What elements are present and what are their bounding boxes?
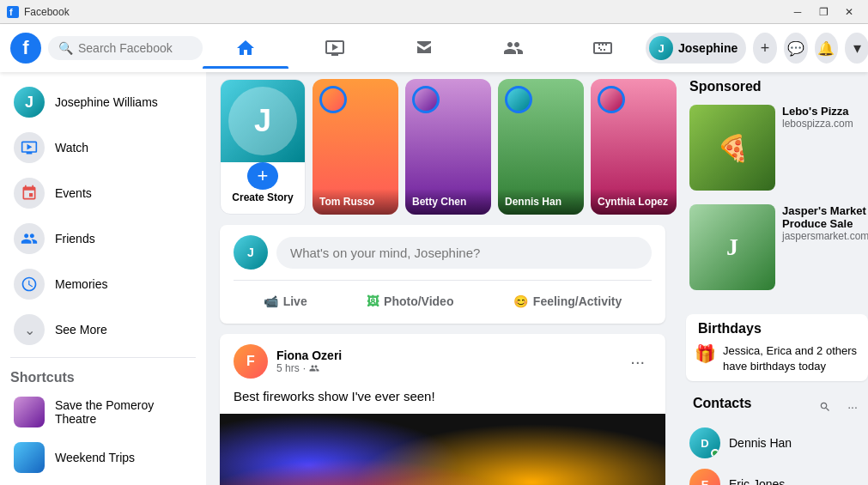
post-user-info: Fiona Ozeri 5 hrs ·	[276, 349, 342, 374]
contacts-search-button[interactable]	[813, 395, 837, 419]
birthday-text: Jessica, Erica and 2 others have birthda…	[723, 343, 859, 374]
birthday-item: 🎁 Jessica, Erica and 2 others have birth…	[695, 343, 859, 374]
maximize-button[interactable]: ❐	[811, 3, 835, 21]
birthday-gift-icon: 🎁	[695, 343, 716, 364]
sidebar-item-friends[interactable]: Friends	[3, 216, 203, 261]
post-image	[220, 414, 665, 485]
ad-pizza[interactable]: 🍕 Lebo's Pizza lebospizza.com	[686, 101, 868, 194]
sidebar-shortcut-jaspers[interactable]: Jasper's Market	[3, 481, 203, 485]
messenger-icon: 💬	[787, 40, 804, 57]
feed: J + Create Story Tom Russo	[206, 72, 679, 485]
post-time: 5 hrs	[276, 362, 300, 374]
sidebar-shortcut-pomeroy[interactable]: Save the Pomeroy Theatre	[3, 390, 203, 434]
gaming-icon	[592, 38, 613, 58]
title-bar-text: Facebook	[24, 6, 70, 18]
tom-avatar-badge	[319, 86, 347, 113]
chevron-down-icon: ▾	[853, 39, 861, 58]
groups-icon	[503, 38, 524, 58]
contact-dennis[interactable]: D Dennis Han	[686, 422, 868, 464]
post-dot: ·	[303, 362, 306, 374]
story-cynthia-overlay: Cynthia Lopez	[591, 189, 677, 215]
photo-label: Photo/Video	[384, 294, 453, 308]
fireworks-image	[220, 414, 665, 485]
title-bar-left: f Facebook	[7, 6, 70, 18]
close-button[interactable]: ✕	[837, 3, 861, 21]
sidebar: J Josephine Williams Watch Events	[0, 72, 206, 485]
sponsored-title: Sponsored	[686, 79, 868, 94]
story-betty[interactable]: Betty Chen	[405, 79, 491, 215]
minimize-button[interactable]: ─	[786, 3, 810, 21]
sidebar-shortcut-weekend[interactable]: Weekend Trips	[3, 435, 203, 480]
plus-icon: +	[761, 39, 770, 58]
create-story-card[interactable]: J + Create Story	[220, 79, 306, 215]
top-nav: f 🔍 J	[0, 24, 868, 72]
composer-feeling-button[interactable]: 😊 Feeling/Activity	[500, 289, 635, 313]
story-dennis[interactable]: Dennis Han	[498, 79, 584, 215]
sidebar-divider	[10, 357, 196, 358]
contacts-header: Contacts ···	[686, 395, 868, 419]
story-dennis-overlay: Dennis Han	[498, 189, 584, 215]
story-tom-overlay: Tom Russo	[313, 189, 398, 215]
sidebar-item-events[interactable]: Events	[3, 171, 203, 215]
app: f 🔍 J	[0, 24, 868, 485]
contacts-section: Contacts ··· D Dennis Han	[686, 395, 868, 485]
watch-avatar	[14, 132, 45, 163]
sponsored-section: Sponsored 🍕 Lebo's Pizza lebospizza.com …	[686, 79, 868, 300]
content: J Josephine Williams Watch Events	[0, 72, 868, 485]
more-avatar: ⌄	[14, 314, 45, 345]
composer-actions: 📹 Live 🖼 Photo/Video 😊 Feeling/Activity	[234, 280, 652, 313]
composer-top: J	[234, 235, 652, 270]
post-user-name: Fiona Ozeri	[276, 349, 342, 362]
feeling-label: Feeling/Activity	[533, 294, 622, 308]
tab-groups[interactable]	[470, 27, 556, 69]
contact-eric[interactable]: E Eric Jones	[686, 464, 868, 485]
privacy-icon	[309, 363, 319, 373]
add-button[interactable]: +	[753, 33, 777, 64]
shortcuts-title: Shortcuts	[0, 363, 206, 389]
tab-watch[interactable]	[292, 27, 378, 69]
composer-live-button[interactable]: 📹 Live	[250, 289, 321, 313]
sidebar-item-memories[interactable]: Memories	[3, 262, 203, 306]
story-cynthia[interactable]: Cynthia Lopez	[591, 79, 677, 215]
sidebar-item-watch[interactable]: Watch	[3, 125, 203, 170]
create-story-label: Create Story	[232, 191, 293, 203]
tab-marketplace[interactable]	[381, 27, 467, 69]
sidebar-item-profile[interactable]: J Josephine Williams	[3, 80, 203, 124]
menu-button[interactable]: ▾	[845, 33, 868, 64]
ad-market[interactable]: J Jasper's Market Produce Sale jaspersma…	[686, 201, 868, 294]
composer-input[interactable]	[276, 237, 652, 269]
user-avatar-small: J	[649, 36, 673, 60]
post-options-button[interactable]: ···	[623, 349, 652, 375]
tab-home[interactable]	[203, 27, 288, 69]
story-tom[interactable]: Tom Russo	[313, 79, 398, 215]
post-user: F Fiona Ozeri 5 hrs ·	[234, 344, 342, 379]
pizza-ad-url: lebospizza.com	[782, 118, 865, 130]
fb-favicon-icon: f	[7, 6, 19, 18]
notifications-button[interactable]: 🔔	[815, 33, 839, 64]
post-meta: 5 hrs ·	[276, 362, 342, 374]
facebook-logo[interactable]: f	[10, 33, 41, 64]
composer-photo-button[interactable]: 🖼 Photo/Video	[353, 289, 467, 313]
online-indicator	[711, 449, 719, 458]
search-box[interactable]: 🔍	[48, 36, 203, 60]
search-contacts-icon	[819, 401, 831, 413]
messenger-button[interactable]: 💬	[784, 33, 808, 64]
contact-dennis-name: Dennis Han	[729, 436, 792, 450]
sidebar-more-label: See More	[55, 323, 107, 336]
user-profile-pill[interactable]: J Josephine	[646, 33, 746, 64]
birthdays-section: Birthdays 🎁 Jessica, Erica and 2 others …	[686, 314, 868, 381]
marketplace-icon	[414, 38, 434, 58]
nav-right: J Josephine + 💬 🔔 ▾	[646, 33, 868, 64]
story-betty-name: Betty Chen	[412, 196, 484, 208]
contacts-actions: ···	[813, 395, 865, 419]
contact-eric-name: Eric Jones	[729, 477, 785, 485]
sidebar-item-more[interactable]: ⌄ See More	[3, 307, 203, 352]
tab-gaming[interactable]	[560, 27, 646, 69]
contact-dennis-avatar: D	[689, 427, 720, 458]
search-input[interactable]	[78, 41, 190, 55]
market-ad-name: Jasper's Market Produce Sale	[782, 204, 868, 230]
contact-eric-avatar: E	[689, 469, 720, 485]
contacts-options-button[interactable]: ···	[841, 395, 865, 419]
title-bar-controls: ─ ❐ ✕	[786, 3, 861, 21]
sidebar-events-label: Events	[55, 186, 92, 200]
